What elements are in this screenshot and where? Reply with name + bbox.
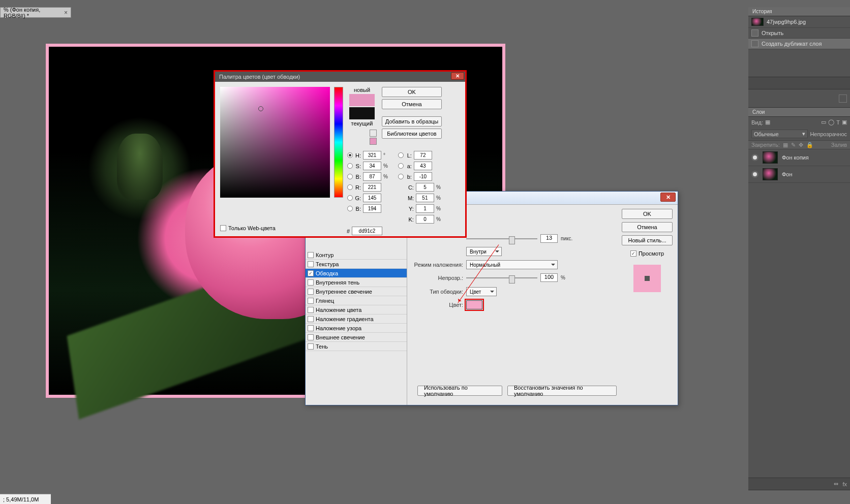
b-input[interactable]: 87 (363, 172, 381, 181)
effect-item[interactable]: Наложение цвета (306, 305, 407, 314)
radio-b[interactable] (347, 174, 353, 179)
dialog-titlebar[interactable]: Палитра цветов (цвет обводки) ✕ (215, 72, 465, 82)
filltype-select[interactable]: Цвет (466, 287, 497, 296)
make-default-button[interactable]: Использовать по умолчанию (417, 386, 502, 396)
preview-checkbox[interactable]: ✓ (630, 250, 636, 257)
ok-button[interactable]: OK (382, 87, 442, 97)
current-color-label: текущий (351, 120, 373, 127)
history-step-row[interactable]: Открыть (748, 28, 850, 39)
s-input[interactable]: 34 (363, 162, 381, 170)
l-input[interactable]: 72 (414, 151, 432, 160)
radio-bb[interactable] (347, 206, 353, 211)
hex-input[interactable]: dd91c2 (352, 227, 382, 235)
expand-icon[interactable] (839, 94, 847, 103)
blend-mode-select[interactable]: Нормальный (466, 260, 558, 269)
bsm-input[interactable]: -10 (414, 172, 432, 181)
filter-icon[interactable]: T (836, 119, 840, 125)
filter-icon[interactable]: ▣ (842, 119, 847, 125)
effect-item-stroke[interactable]: ✓Обводка (306, 269, 407, 278)
y-input[interactable]: 1 (416, 204, 434, 213)
bb-input[interactable]: 194 (363, 204, 381, 213)
radio-bsm[interactable] (398, 174, 404, 179)
h-input[interactable]: 321 (363, 151, 381, 160)
checkbox[interactable]: ✓ (308, 270, 314, 276)
cancel-button[interactable]: Отмена (382, 99, 442, 109)
a-input[interactable]: 43 (414, 162, 432, 170)
blend-mode-select[interactable]: Обычные▾ (751, 130, 808, 138)
r-input[interactable]: 221 (363, 183, 381, 192)
effect-item[interactable]: Внутренняя тень (306, 278, 407, 287)
filter-icon[interactable]: ▭ (821, 119, 826, 125)
hue-slider[interactable] (334, 87, 343, 198)
checkbox[interactable] (308, 334, 314, 340)
c-input[interactable]: 5 (416, 183, 434, 192)
radio-r[interactable] (347, 184, 353, 190)
effect-item[interactable]: Наложение градиента (306, 314, 407, 324)
layer-row[interactable]: Фон копия (748, 149, 850, 166)
opacity-label: Непрозрачнос (810, 131, 847, 137)
effect-item[interactable]: Внешнее свечение (306, 333, 407, 342)
fx-icon[interactable]: fx (842, 481, 847, 487)
new-color-swatch[interactable] (349, 94, 375, 106)
checkbox[interactable] (308, 252, 314, 258)
k-input[interactable]: 0 (416, 215, 434, 224)
link-icon[interactable]: ⇔ (834, 481, 838, 487)
close-icon[interactable]: ✕ (660, 193, 676, 202)
effect-item[interactable]: Текстура (306, 260, 407, 269)
checkbox[interactable] (308, 289, 314, 295)
m-input[interactable]: 51 (416, 194, 434, 202)
effect-item[interactable]: Глянец (306, 296, 407, 305)
lock-brush-icon[interactable]: ✎ (791, 142, 796, 148)
new-style-button[interactable]: Новый стиль... (622, 235, 673, 245)
current-color-swatch[interactable] (349, 107, 375, 119)
layer-name: Фон копия (782, 154, 809, 161)
checkbox[interactable] (308, 279, 314, 286)
ok-button[interactable]: OK (622, 209, 673, 219)
lock-move-icon[interactable]: ✥ (799, 142, 803, 148)
cube-icon[interactable] (370, 130, 377, 137)
webonly-checkbox[interactable] (220, 225, 226, 231)
checkbox[interactable] (308, 316, 314, 322)
filter-icon[interactable]: ▦ (765, 119, 770, 125)
cancel-button[interactable]: Отмена (622, 222, 673, 232)
filter-icon[interactable]: ◯ (828, 119, 834, 125)
radio-h[interactable] (347, 152, 353, 158)
effect-item[interactable]: Тень (306, 342, 407, 351)
close-icon[interactable]: × (64, 9, 68, 16)
checkbox[interactable] (308, 298, 314, 304)
effect-item[interactable]: Контур (306, 250, 407, 260)
radio-s[interactable] (347, 163, 353, 169)
effect-item[interactable]: Наложение узора (306, 324, 407, 333)
reset-default-button[interactable]: Восстановить значения по умолчанию (507, 386, 617, 396)
websafe-swatch-icon[interactable] (370, 138, 377, 145)
color-libraries-button[interactable]: Библиотеки цветов (382, 129, 442, 139)
visibility-icon[interactable] (751, 154, 758, 161)
history-tab[interactable]: История (748, 7, 850, 16)
radio-l[interactable] (398, 152, 404, 158)
opacity-input[interactable]: 100 (540, 273, 558, 282)
checkbox[interactable] (308, 325, 314, 331)
document-tab[interactable]: % (Фон копия, RGB/8#) * × (0, 7, 71, 18)
checkbox[interactable] (308, 307, 314, 313)
checkbox[interactable] (308, 261, 314, 267)
history-panel: История 47jwpg9hp6.jpg Открыть Создать д… (748, 7, 850, 89)
effect-item[interactable]: Внутреннее свечение (306, 287, 407, 296)
radio-g[interactable] (347, 195, 353, 201)
layers-tab[interactable]: Слои (748, 108, 850, 117)
add-swatch-button[interactable]: Добавить в образцы (382, 116, 442, 127)
layer-row[interactable]: Фон (748, 166, 850, 183)
g-input[interactable]: 145 (363, 194, 381, 202)
size-input[interactable]: 13 (540, 234, 558, 243)
lock-pixels-icon[interactable]: ▦ (783, 142, 788, 148)
checkbox[interactable] (308, 343, 314, 350)
stroke-color-swatch[interactable] (466, 300, 482, 309)
size-slider[interactable] (466, 235, 537, 242)
history-step-row[interactable]: Создать дубликат слоя (748, 39, 850, 49)
visibility-icon[interactable] (751, 171, 758, 178)
close-icon[interactable]: ✕ (451, 72, 464, 80)
history-source-row[interactable]: 47jwpg9hp6.jpg (748, 16, 850, 28)
lock-all-icon[interactable]: 🔒 (806, 142, 813, 148)
color-field[interactable] (220, 87, 330, 198)
radio-a[interactable] (398, 163, 404, 169)
collapsed-panel[interactable] (748, 89, 850, 108)
